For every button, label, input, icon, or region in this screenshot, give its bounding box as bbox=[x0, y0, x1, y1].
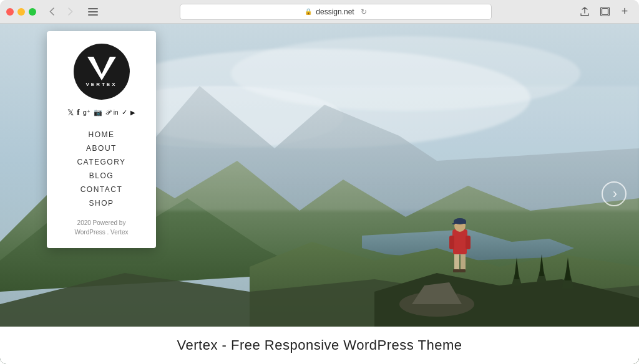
svg-marker-23 bbox=[87, 57, 116, 80]
footer-line2: WordPress . Vertex bbox=[75, 229, 129, 236]
nav-item-blog[interactable]: BLOG bbox=[56, 170, 147, 181]
twitter-icon[interactable]: 𝕏 bbox=[67, 108, 74, 117]
svg-rect-20 bbox=[454, 221, 466, 224]
svg-rect-4 bbox=[602, 9, 608, 15]
sidebar-toggle-button[interactable] bbox=[86, 7, 100, 17]
toolbar-right: + bbox=[577, 6, 633, 18]
traffic-lights bbox=[6, 8, 36, 16]
bottom-section: Vertex - Free Responsive WordPress Theme bbox=[0, 327, 639, 364]
googleplus-icon[interactable]: g⁺ bbox=[83, 108, 90, 117]
back-button[interactable] bbox=[44, 6, 60, 18]
logo-v-icon bbox=[87, 57, 116, 80]
svg-rect-0 bbox=[88, 8, 98, 9]
browser-titlebar: 🔒 dessign.net ↻ + bbox=[0, 0, 639, 24]
url-text: dessign.net bbox=[316, 7, 354, 16]
nav-item-home[interactable]: HOME bbox=[56, 128, 147, 140]
nav-menu: HOME ABOUT CATEGORY BLOG CONTACT SHOP bbox=[56, 126, 147, 211]
chevron-right-icon: › bbox=[613, 187, 617, 201]
vine-icon[interactable]: ✓ bbox=[122, 108, 127, 117]
nav-link-blog[interactable]: BLOG bbox=[89, 171, 114, 180]
address-bar-container: 🔒 dessign.net ↻ bbox=[130, 4, 542, 20]
svg-rect-11 bbox=[461, 253, 466, 271]
nav-link-about[interactable]: ABOUT bbox=[86, 144, 117, 153]
footer-line1: 2020 Powered by bbox=[77, 219, 126, 226]
svg-rect-1 bbox=[88, 11, 98, 12]
svg-rect-16 bbox=[449, 236, 454, 249]
nav-buttons bbox=[44, 6, 79, 18]
browser-content: › Vertex - Free Responsive WordPress The… bbox=[0, 24, 639, 364]
facebook-icon[interactable]: f bbox=[77, 107, 79, 117]
add-tab-button[interactable]: + bbox=[617, 6, 633, 18]
svg-rect-13 bbox=[459, 269, 466, 272]
sidebar-footer: 2020 Powered by WordPress . Vertex bbox=[75, 218, 129, 237]
new-tab-button[interactable] bbox=[597, 6, 613, 18]
svg-rect-22 bbox=[156, 86, 639, 211]
nav-item-contact[interactable]: CONTACT bbox=[56, 183, 147, 194]
reload-button[interactable]: ↻ bbox=[361, 7, 367, 16]
svg-rect-10 bbox=[454, 253, 459, 271]
nav-link-contact[interactable]: CONTACT bbox=[80, 185, 123, 194]
close-button[interactable] bbox=[6, 8, 14, 16]
sidebar-panel: VERTEX 𝕏 f g⁺ 📷 𝒫 in ✓ ▶ HOME ABOUT bbox=[47, 31, 156, 248]
page-title: Vertex - Free Responsive WordPress Theme bbox=[177, 337, 462, 353]
lock-icon: 🔒 bbox=[305, 8, 312, 15]
svg-rect-21 bbox=[452, 223, 455, 224]
maximize-button[interactable] bbox=[29, 8, 36, 16]
instagram-icon[interactable]: 📷 bbox=[94, 108, 102, 117]
nav-link-home[interactable]: HOME bbox=[89, 130, 115, 139]
minimize-button[interactable] bbox=[17, 8, 25, 16]
nav-item-category[interactable]: CATEGORY bbox=[56, 156, 147, 167]
social-icons-container: 𝕏 f g⁺ 📷 𝒫 in ✓ ▶ bbox=[67, 107, 135, 117]
address-bar[interactable]: 🔒 dessign.net ↻ bbox=[180, 4, 492, 20]
logo-text: VERTEX bbox=[85, 82, 117, 87]
site-logo: VERTEX bbox=[74, 44, 130, 100]
pinterest-icon[interactable]: 𝒫 bbox=[105, 108, 110, 117]
nav-link-category[interactable]: CATEGORY bbox=[77, 158, 125, 166]
nav-link-shop[interactable]: SHOP bbox=[89, 199, 114, 208]
forward-button[interactable] bbox=[62, 6, 79, 18]
next-slide-button[interactable]: › bbox=[602, 181, 627, 206]
svg-rect-17 bbox=[466, 236, 471, 249]
nav-item-about[interactable]: ABOUT bbox=[56, 142, 147, 153]
svg-rect-2 bbox=[88, 14, 98, 16]
share-button[interactable] bbox=[577, 6, 593, 18]
linkedin-icon[interactable]: in bbox=[114, 109, 119, 116]
svg-rect-12 bbox=[453, 269, 459, 272]
youtube-icon[interactable]: ▶ bbox=[130, 109, 135, 116]
browser-frame: 🔒 dessign.net ↻ + bbox=[0, 0, 639, 364]
nav-item-shop[interactable]: SHOP bbox=[56, 197, 147, 208]
